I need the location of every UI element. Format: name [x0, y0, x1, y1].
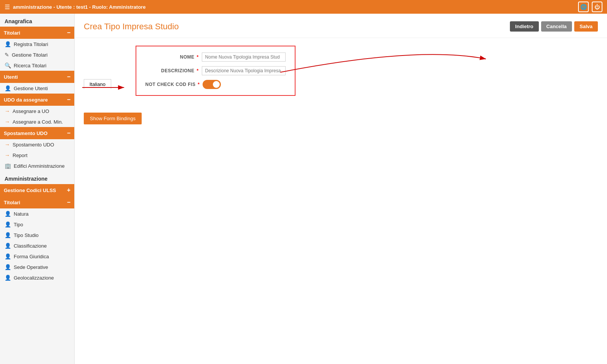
top-bar-left: ☰ amministrazione - Utente : test1 - Ruo…	[5, 3, 145, 11]
descrizione-row: DESCRIZIONE *	[145, 66, 286, 75]
sidebar-item-label: Ricerca Titolari	[14, 63, 46, 68]
titolari2-collapse-icon: −	[67, 199, 70, 206]
sidebar-item-edifici[interactable]: 🏢 Edifici Amministrazione	[0, 161, 74, 171]
cancella-button[interactable]: Cancella	[541, 21, 572, 32]
sidebar-group-spostamento-label: Spostamento UDO	[4, 130, 48, 136]
sidebar-item-spostamento-udo[interactable]: → Spostamento UDO	[0, 139, 74, 150]
sidebar-group-codici-ulss[interactable]: Gestione Codici ULSS +	[0, 184, 74, 196]
sidebar-item-label: Natura	[14, 211, 29, 217]
udo-collapse-icon: −	[67, 96, 70, 103]
person-icon: 👤	[5, 211, 11, 217]
sidebar-item-natura[interactable]: 👤 Natura	[0, 208, 74, 219]
nome-row: NOME *	[145, 52, 286, 62]
sidebar-item-geolocalizzazione[interactable]: 👤 Geolocalizzazione	[0, 272, 74, 283]
sidebar-item-classificazione[interactable]: 👤 Classificazione	[0, 240, 74, 251]
sidebar-item-label: Sede Operative	[14, 264, 48, 270]
page-header: Crea Tipo Impresa Studio Indietro Cancel…	[75, 14, 607, 38]
amministrazione-title: Amministrazione	[0, 171, 74, 184]
sidebar-group-spostamento[interactable]: Spostamento UDO −	[0, 127, 74, 139]
sidebar-item-label: Registra Titolari	[14, 41, 48, 47]
show-bindings-container: Show Form Bindings	[84, 103, 598, 124]
sidebar-item-registra-titolari[interactable]: 👤 Registra Titolari	[0, 39, 74, 49]
sidebar-item-report[interactable]: → Report	[0, 150, 74, 161]
descrizione-input[interactable]	[202, 66, 286, 75]
sidebar-item-label: Gestione Titolari	[12, 52, 48, 58]
content-area: Crea Tipo Impresa Studio Indietro Cancel…	[75, 14, 607, 364]
power-icon[interactable]: ⏻	[592, 2, 602, 12]
sidebar-item-label: Tipo Studio	[14, 232, 38, 238]
building-icon: 🏢	[5, 163, 11, 169]
sidebar-item-ricerca-titolari[interactable]: 🔍 Ricerca Titolari	[0, 60, 74, 71]
top-bar: ☰ amministrazione - Utente : test1 - Ruo…	[0, 0, 607, 14]
sidebar-group-udo[interactable]: UDO da assegnare −	[0, 94, 74, 106]
arrow-icon: →	[5, 108, 10, 114]
arrow-icon: →	[5, 152, 10, 158]
not-check-cod-fis-row: NOT CHECK COD FIS *	[145, 80, 286, 89]
show-form-bindings-button[interactable]: Show Form Bindings	[84, 113, 142, 124]
globe-icon[interactable]: 🌐	[578, 2, 589, 12]
not-check-cod-fis-toggle[interactable]	[203, 80, 221, 89]
sidebar-item-gestione-utenti[interactable]: 👤 Gestione Utenti	[0, 83, 74, 94]
nome-input[interactable]	[202, 52, 286, 62]
person-icon: 👤	[5, 243, 11, 249]
sidebar-item-label: Assegnare a Cod. Min.	[13, 119, 63, 125]
sidebar-item-gestione-titolari[interactable]: ✎ Gestione Titolari	[0, 49, 74, 60]
form-area: Italiano NOME * DESCRIZIONE *	[75, 38, 607, 132]
sidebar-item-tipo[interactable]: 👤 Tipo	[0, 219, 74, 230]
sidebar-item-tipo-studio[interactable]: 👤 Tipo Studio	[0, 230, 74, 240]
utenti-collapse-icon: −	[67, 73, 70, 80]
sidebar-item-forma-giuridica[interactable]: 👤 Forma Giuridica	[0, 251, 74, 262]
page-title: Crea Tipo Impresa Studio	[84, 22, 179, 32]
person-icon: 👤	[5, 275, 11, 281]
sidebar-item-label: Tipo	[14, 222, 23, 227]
sidebar-item-label: Edifici Amministrazione	[14, 163, 65, 169]
anagrafica-title: Anagrafica	[0, 14, 74, 27]
sidebar-item-sede-operative[interactable]: 👤 Sede Operative	[0, 262, 74, 272]
nome-required: *	[196, 54, 198, 60]
edit-icon: ✎	[5, 52, 9, 58]
sidebar-item-label: Geolocalizzazione	[14, 275, 54, 281]
sidebar-item-label: Assegnare a UO	[13, 108, 49, 114]
sidebar-item-assegnare-uo[interactable]: → Assegnare a UO	[0, 106, 74, 116]
form-box: NOME * DESCRIZIONE * NOT CHECK COD FIS *	[136, 46, 296, 96]
menu-icon[interactable]: ☰	[5, 3, 10, 11]
descrizione-required: *	[196, 68, 198, 73]
descrizione-label: DESCRIZIONE *	[145, 68, 199, 73]
sidebar-item-label: Spostamento UDO	[13, 142, 54, 148]
language-tab[interactable]: Italiano	[84, 79, 111, 89]
sidebar-group-utenti[interactable]: Utenti −	[0, 71, 74, 83]
spostamento-collapse-icon: −	[67, 130, 70, 137]
person-icon: 👤	[5, 221, 11, 227]
not-check-cod-fis-label: NOT CHECK COD FIS *	[145, 82, 200, 87]
person-icon: 👤	[5, 232, 11, 238]
sidebar-item-label: Report	[13, 153, 27, 158]
sidebar-group-titolari2-label: Titolari	[4, 200, 20, 205]
top-bar-title: amministrazione - Utente : test1 - Ruolo…	[13, 4, 145, 10]
person-icon: 👤	[5, 85, 11, 91]
person-icon: 👤	[5, 41, 11, 47]
sidebar-group-titolari2[interactable]: Titolari −	[0, 196, 74, 208]
sidebar-item-label: Forma Giuridica	[14, 254, 49, 259]
arrow-icon: →	[5, 141, 10, 148]
titolari-collapse-icon: −	[67, 29, 70, 36]
search-icon: 🔍	[5, 62, 11, 68]
not-check-required: *	[198, 82, 200, 87]
sidebar-item-label: Gestione Utenti	[14, 86, 48, 91]
codici-expand-icon: +	[67, 187, 70, 194]
indietro-button[interactable]: Indietro	[510, 21, 539, 32]
sidebar-item-assegnare-cod[interactable]: → Assegnare a Cod. Min.	[0, 116, 74, 127]
sidebar-item-label: Classificazione	[14, 243, 47, 249]
header-buttons: Indietro Cancella Salva	[510, 21, 598, 32]
sidebar-group-udo-label: UDO da assegnare	[4, 97, 48, 103]
sidebar: Anagrafica Titolari − 👤 Registra Titolar…	[0, 14, 75, 364]
nome-label: NOME *	[145, 54, 199, 60]
sidebar-group-titolari[interactable]: Titolari −	[0, 27, 74, 39]
sidebar-group-codici-ulss-label: Gestione Codici ULSS	[4, 188, 56, 193]
person-icon: 👤	[5, 253, 11, 259]
salva-button[interactable]: Salva	[574, 21, 598, 32]
top-bar-icons: 🌐 ⏻	[578, 2, 602, 12]
toggle-track	[203, 80, 221, 89]
arrow-icon: →	[5, 119, 10, 125]
sidebar-group-utenti-label: Utenti	[4, 74, 18, 80]
toggle-thumb	[213, 81, 220, 88]
